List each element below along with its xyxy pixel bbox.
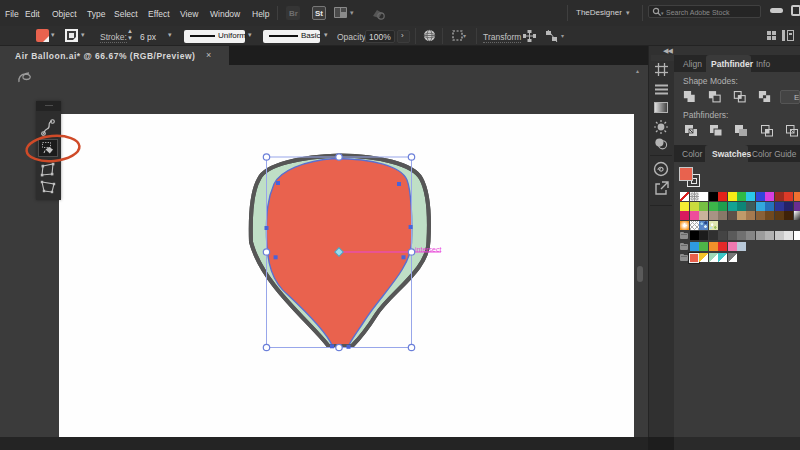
svg-text:intersect: intersect: [415, 246, 442, 253]
